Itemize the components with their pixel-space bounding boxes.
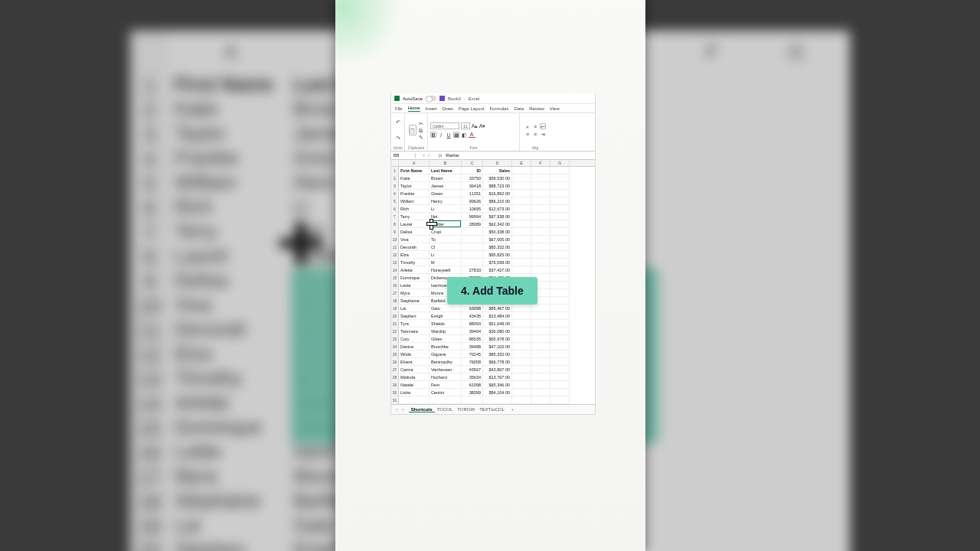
undo-icon[interactable]: ↶ xyxy=(395,119,401,126)
column-header[interactable]: C xyxy=(462,160,483,166)
app-name: Excel xyxy=(469,96,480,101)
ribbon-tab-insert[interactable]: Insert xyxy=(426,106,437,111)
decrease-font-icon[interactable]: A▾ xyxy=(479,123,485,129)
column-header[interactable]: B xyxy=(430,160,462,166)
cut-icon[interactable]: ✂ xyxy=(418,120,424,126)
table-row[interactable]: 21TyraShields88093$51,648.00 xyxy=(391,320,595,328)
table-row[interactable]: 24DanicaBruschke39488$47,102.00 xyxy=(391,343,595,350)
column-header[interactable]: D xyxy=(483,160,512,166)
table-row[interactable]: 8LaurelReitIer28089$62,342.00 xyxy=(391,220,595,228)
font-name-select[interactable]: Calibri xyxy=(430,122,459,129)
table-row[interactable]: 3TaylorJames36418$88,723.00 xyxy=(391,182,595,190)
sheet-tab[interactable]: Shortcuts xyxy=(409,407,435,412)
bold-button[interactable]: B xyxy=(430,132,436,138)
copy-icon[interactable]: ⧉ xyxy=(418,127,424,133)
paste-icon[interactable]: 📋 xyxy=(409,125,416,135)
align-left-icon[interactable]: ≡ xyxy=(524,131,531,137)
table-row[interactable]: 12ElzaLi$95,825.00 xyxy=(391,251,595,259)
sheet-tab[interactable]: TEXTtoCOL xyxy=(477,407,507,412)
column-header[interactable]: F xyxy=(531,160,550,166)
table-row[interactable]: 26ElveraBenimadho76058$66,778.00 xyxy=(391,358,595,366)
table-row[interactable]: 13TimothyM$76,058.00 xyxy=(391,259,595,266)
ribbon-tab-review[interactable]: Review xyxy=(529,106,544,111)
redo-icon[interactable]: ↷ xyxy=(395,135,401,142)
table-row[interactable]: 25WildaGiguere70245$85,332.00 xyxy=(391,350,595,358)
autosave-toggle[interactable] xyxy=(426,96,436,101)
merge-icon[interactable]: ⇥ xyxy=(540,131,546,137)
foreground-panel: AutoSave Book2 · Excel FileHomeInsertDra… xyxy=(335,0,645,551)
column-header[interactable]: G xyxy=(550,160,570,166)
cell-cursor-icon xyxy=(279,222,322,265)
table-row[interactable]: 29NatalieFern61098$65,346.00 xyxy=(391,381,595,389)
increase-font-icon[interactable]: A▴ xyxy=(472,123,478,129)
save-icon[interactable] xyxy=(439,96,445,101)
column-header[interactable]: A xyxy=(399,160,430,166)
ribbon-tab-data[interactable]: Data xyxy=(514,106,524,111)
fx-icon[interactable]: fx xyxy=(437,153,443,158)
ribbon-tab-draw[interactable]: Draw xyxy=(443,106,453,111)
table-row[interactable]: 31 xyxy=(391,396,595,404)
sheet-tab[interactable]: TOCOL xyxy=(435,407,456,412)
enter-icon[interactable]: ✓ xyxy=(427,153,430,158)
name-box[interactable]: B8 xyxy=(391,153,416,158)
underline-button[interactable]: U xyxy=(446,132,452,138)
cancel-icon[interactable]: × xyxy=(423,153,425,158)
ribbon-tab-page-layout[interactable]: Page Layout xyxy=(459,106,485,111)
font-color-icon[interactable]: A xyxy=(469,132,475,138)
format-painter-icon[interactable]: ✎ xyxy=(418,134,424,140)
table-row[interactable]: 14ArletteHoneywell27833$37,427.00 xyxy=(391,266,595,274)
table-row[interactable]: 5WilliamHenry99626$86,210.00 xyxy=(391,197,595,205)
select-all-corner[interactable] xyxy=(391,160,399,166)
excel-window: AutoSave Book2 · Excel FileHomeInsertDra… xyxy=(390,93,596,415)
table-row[interactable]: 20StephenEmigh43435$13,484.00 xyxy=(391,312,595,320)
table-row[interactable]: 7TerryNet99994$67,938.00 xyxy=(391,213,595,220)
table-row[interactable]: 9DelisaCrupi$50,338.00 xyxy=(391,228,595,236)
add-sheet-button[interactable]: + xyxy=(511,407,514,412)
formula-input[interactable]: ReitIer xyxy=(443,153,459,158)
title-bar: AutoSave Book2 · Excel xyxy=(391,93,595,104)
ribbon-tab-view[interactable]: View xyxy=(550,106,560,111)
table-row[interactable]: 27CarmaVanheusen43567$43,867.00 xyxy=(391,366,595,373)
wrap-text-icon[interactable]: ↩ xyxy=(540,123,546,129)
table-row[interactable]: 28MalindaHochard35634$13,767.00 xyxy=(391,373,595,381)
align-top-icon[interactable]: ⌅ xyxy=(524,123,531,129)
fill-color-icon[interactable]: ◧ xyxy=(461,132,467,138)
cell-cursor-icon xyxy=(426,219,436,228)
sheet-tab[interactable]: TOROW xyxy=(455,407,477,412)
excel-app-icon xyxy=(394,96,400,101)
table-row[interactable]: 22TammaraWardrip39494$36,080.00 xyxy=(391,328,595,335)
ribbon-tab-home[interactable]: Home xyxy=(408,106,420,112)
font-size-select[interactable]: 11 xyxy=(461,122,470,129)
align-center-icon[interactable]: ≡ xyxy=(532,131,538,137)
borders-icon[interactable]: ▦ xyxy=(453,132,459,138)
table-row[interactable]: 11DevorahCl$85,332.00 xyxy=(391,243,595,251)
autosave-label: AutoSave xyxy=(403,96,423,101)
align-middle-icon[interactable]: ≡ xyxy=(532,123,538,129)
table-row[interactable]: 19LaiGato63998$95,467.00 xyxy=(391,305,595,312)
ribbon-tab-formulas[interactable]: Formulas xyxy=(489,106,508,111)
formula-bar: B8 × ✓ fx ReitIer xyxy=(391,152,595,160)
table-row[interactable]: 10VivaTo$67,005.00 xyxy=(391,236,595,243)
sheet-nav-prev-icon[interactable]: ‹ xyxy=(396,407,397,412)
table-row[interactable]: 23CoryGibes86535$65,978.00 xyxy=(391,335,595,343)
sheet-nav-next-icon[interactable]: › xyxy=(402,407,403,412)
ribbon-tab-file[interactable]: File xyxy=(395,106,403,111)
italic-button[interactable]: I xyxy=(438,132,444,138)
table-row[interactable]: 1First NameLast NameIDSales xyxy=(391,167,595,174)
ribbon: ↶ ↷ Undo 📋 ✂ ⧉ ✎ Clipboard xyxy=(391,113,595,152)
tooltip-callout: 4. Add Table xyxy=(447,277,537,305)
table-row[interactable]: 6RichLi10695$12,673.00 xyxy=(391,205,595,213)
column-header[interactable]: E xyxy=(512,160,531,166)
table-row[interactable]: 30LishaCentini38399$84,104.00 xyxy=(391,389,595,396)
table-row[interactable]: 2KatieBrown33750$59,530.00 xyxy=(391,174,595,182)
ribbon-tabs: FileHomeInsertDrawPage LayoutFormulasDat… xyxy=(391,104,595,113)
document-name: Book2 xyxy=(448,96,461,101)
table-row[interactable]: 4FrankieGreen11351$16,892.00 xyxy=(391,190,595,197)
sheet-tab-bar: ‹ › ShortcutsTOCOLTOROWTEXTtoCOL + xyxy=(391,404,595,414)
